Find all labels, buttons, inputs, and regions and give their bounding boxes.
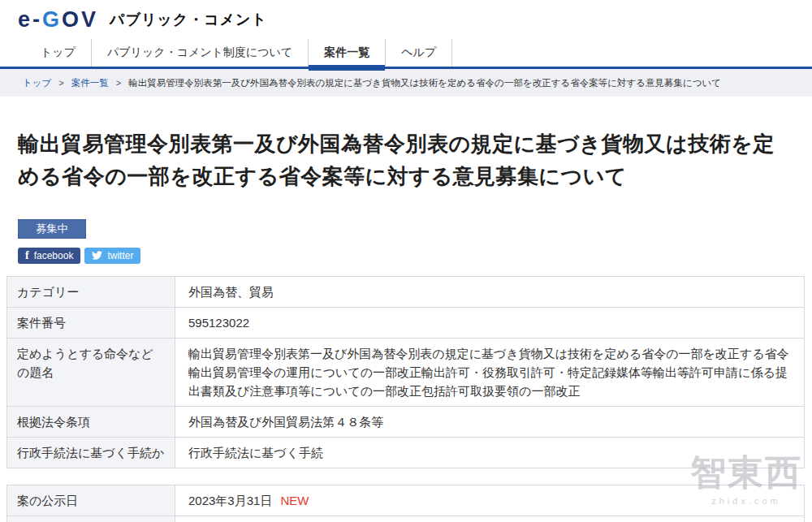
table-row-acceptance-start: 受付開始日時 2023年3月31日13時0分	[7, 516, 805, 522]
row-label: 案の公示日	[7, 485, 175, 516]
row-value: 2023年3月31日13時0分	[175, 516, 805, 522]
nav-tab-help[interactable]: ヘルプ	[386, 39, 452, 67]
share-buttons: f facebook twitter	[18, 248, 794, 264]
page: e-GOV パブリック・コメント トップ パブリック・コメント制度について 案件…	[0, 0, 812, 522]
row-label: 行政手続法に基づく手続か	[7, 437, 175, 468]
row-label: 案件番号	[7, 307, 175, 338]
service-name: パブリック・コメント	[110, 10, 267, 29]
breadcrumb-link-case-list[interactable]: 案件一覧	[71, 77, 109, 89]
row-value: 輸出貿易管理令別表第一及び外国為替令別表の規定に基づき貨物又は技術を定める省令の…	[175, 338, 805, 406]
site-header: e-GOV パブリック・コメント	[0, 0, 812, 39]
row-value: 外国為替及び外国貿易法第４８条等	[175, 406, 805, 437]
breadcrumb-current-page: 輸出貿易管理令別表第一及び外国為替令別表の規定に基づき貨物又は技術を定める省令の…	[128, 77, 721, 89]
row-value: 2023年3月31日NEW	[175, 485, 805, 516]
facebook-share-button[interactable]: f facebook	[18, 248, 80, 264]
row-value: 595123022	[175, 307, 805, 338]
nav-tab-case-list[interactable]: 案件一覧	[309, 39, 386, 67]
table-row-category: カテゴリー 外国為替、貿易	[7, 276, 805, 307]
row-label: 受付開始日時	[7, 516, 175, 522]
page-title: 輸出貿易管理令別表第一及び外国為替令別表の規定に基づき貨物又は技術を定める省令の…	[18, 127, 794, 193]
row-value: 外国為替、貿易	[175, 276, 805, 307]
breadcrumb-link-top[interactable]: トップ	[23, 77, 51, 89]
logo-text-1: e-	[18, 7, 42, 32]
logo-text-2: OV	[62, 7, 98, 32]
twitter-icon	[92, 250, 102, 261]
breadcrumb-separator: >	[58, 78, 63, 88]
case-details-table: カテゴリー 外国為替、貿易 案件番号 595123022 定めようとする命令など…	[6, 276, 805, 468]
table-row-procedure-type: 行政手続法に基づく手続か 行政手続法に基づく手続	[7, 437, 805, 468]
egov-logo[interactable]: e-GOV	[18, 9, 98, 31]
nav-tab-about-system[interactable]: パブリック・コメント制度について	[92, 39, 309, 67]
table-row-legal-basis: 根拠法令条項 外国為替及び外国貿易法第４８条等	[7, 406, 805, 437]
new-badge: NEW	[280, 494, 309, 507]
schedule-table: 案の公示日 2023年3月31日NEW 受付開始日時 2023年3月31日13時…	[6, 485, 805, 522]
facebook-icon: f	[25, 250, 29, 261]
breadcrumb: トップ > 案件一覧 > 輸出貿易管理令別表第一及び外国為替令別表の規定に基づき…	[0, 69, 812, 97]
logo-text-g: G	[42, 7, 62, 32]
row-label: 定めようとする命令などの題名	[7, 338, 175, 406]
table-row-ordinance-title: 定めようとする命令などの題名 輸出貿易管理令別表第一及び外国為替令別表の規定に基…	[7, 338, 805, 406]
twitter-share-label: twitter	[107, 251, 133, 261]
nav-tab-top[interactable]: トップ	[24, 39, 92, 67]
row-label: カテゴリー	[7, 276, 175, 307]
breadcrumb-separator: >	[116, 78, 121, 88]
row-value: 行政手続法に基づく手続	[175, 437, 805, 468]
main-content: 輸出貿易管理令別表第一及び外国為替令別表の規定に基づき貨物又は技術を定める省令の…	[0, 127, 812, 522]
twitter-share-button[interactable]: twitter	[84, 248, 140, 264]
table-row-publication-date: 案の公示日 2023年3月31日NEW	[7, 485, 805, 516]
row-label: 根拠法令条項	[7, 406, 175, 437]
status-badge: 募集中	[18, 219, 86, 239]
table-row-case-number: 案件番号 595123022	[7, 307, 805, 338]
facebook-share-label: facebook	[34, 251, 74, 261]
main-nav: トップ パブリック・コメント制度について 案件一覧 ヘルプ	[0, 39, 812, 69]
publication-date: 2023年3月31日	[188, 494, 272, 507]
